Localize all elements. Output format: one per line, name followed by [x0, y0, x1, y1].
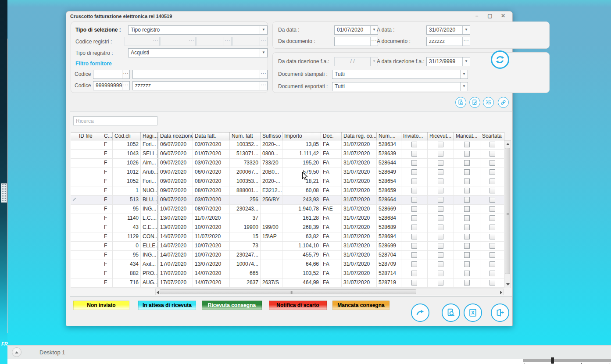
- table-row[interactable]: F43C.E....13/07/202010/07/202019900199/0…: [71, 223, 504, 232]
- checkbox-inviato[interactable]: [411, 225, 417, 230]
- ellipsis-button[interactable]: ···: [122, 82, 129, 90]
- da-data-picker[interactable]: 01/07/2020 ▼: [334, 25, 378, 35]
- checkbox-scartata[interactable]: [490, 178, 495, 184]
- checkbox-inviato[interactable]: [411, 142, 417, 147]
- table-row[interactable]: F1026Alm...09/07/202003/07/202073320733/…: [71, 159, 504, 168]
- chevron-down-icon[interactable]: ▼: [260, 26, 267, 34]
- checkbox-ricevuto[interactable]: [438, 188, 443, 193]
- checkbox-ricevuto[interactable]: [438, 243, 443, 249]
- checkbox-scartata[interactable]: [490, 169, 495, 175]
- codice-from-empty-field[interactable]: ···: [93, 70, 130, 79]
- legend-ricevuta-consegna[interactable]: Ricevuta consegna: [202, 300, 262, 310]
- checkbox-mancata[interactable]: [464, 243, 470, 249]
- chevron-down-icon[interactable]: ▼: [260, 49, 267, 57]
- export-excel-button[interactable]: X: [464, 303, 482, 322]
- checkbox-inviato[interactable]: [411, 252, 417, 258]
- column-header-mancata[interactable]: Mancat...: [454, 132, 480, 140]
- table-row[interactable]: F95ING...10/07/202008/07/2020230243...1.…: [71, 205, 504, 214]
- ellipsis-button[interactable]: ···: [260, 70, 267, 79]
- checkbox-ricevuto[interactable]: [438, 160, 443, 166]
- checkbox-mancata[interactable]: [464, 261, 470, 267]
- scroll-right-icon[interactable]: [500, 291, 502, 294]
- table-row[interactable]: F1043SELL...06/07/202001/07/2020513071..…: [71, 150, 504, 159]
- column-header-id-file[interactable]: ID file: [77, 132, 102, 140]
- column-header-inviato[interactable]: Inviato...: [401, 132, 428, 140]
- checkbox-inviato[interactable]: [411, 178, 417, 184]
- tipo-selezione-select[interactable]: Tipo registro ▼: [128, 25, 268, 35]
- checkbox-scartata[interactable]: [490, 252, 495, 258]
- ellipsis-button[interactable]: ···: [188, 37, 195, 46]
- table-row[interactable]: F1012Arub...09/07/202006/07/2020200067..…: [71, 168, 504, 177]
- checkbox-ricevuto[interactable]: [438, 280, 443, 285]
- codice-registro-field-1[interactable]: ···: [125, 37, 160, 46]
- legend-non-inviato[interactable]: Non inviato: [73, 300, 129, 310]
- legend-in-attesa-di-ricevuta[interactable]: In attesa di ricevuta: [138, 300, 196, 310]
- checkbox-mancata[interactable]: [464, 178, 470, 184]
- table-row[interactable]: F1129CON...14/07/202011/07/20201515\AP63…: [71, 232, 504, 242]
- column-header-data-fatt[interactable]: Data fatt.: [193, 132, 230, 140]
- column-header-ragione-sociale[interactable]: Ragi...: [141, 132, 158, 140]
- checkbox-scartata[interactable]: [490, 261, 495, 267]
- table-row[interactable]: F1052Fori...09/07/202008/07/2020100353..…: [71, 177, 504, 186]
- checkbox-scartata[interactable]: [490, 243, 495, 249]
- validate-document-button[interactable]: [469, 97, 480, 108]
- table-row[interactable]: F434Axit...17/07/202013/07/2020100074...…: [71, 260, 504, 269]
- scroll-up-icon[interactable]: [506, 143, 510, 145]
- column-header-ricevuto[interactable]: Ricevut...: [428, 132, 454, 140]
- checkbox-scartata[interactable]: [490, 151, 495, 157]
- table-row[interactable]: F1NUO...09/07/202008/07/2020888001...E32…: [71, 186, 504, 196]
- checkbox-mancata[interactable]: [464, 197, 470, 203]
- checkbox-scartata[interactable]: [490, 160, 495, 166]
- ellipsis-button[interactable]: ···: [260, 82, 267, 90]
- column-header-row-marker[interactable]: [71, 132, 77, 140]
- checkbox-inviato[interactable]: [411, 206, 417, 212]
- checkbox-mancata[interactable]: [464, 225, 470, 230]
- checkbox-ricevuto[interactable]: [438, 225, 443, 230]
- legend-mancata-consegna[interactable]: Mancata consegna: [332, 300, 389, 310]
- find-document-button[interactable]: [455, 97, 466, 108]
- a-documento-field[interactable]: zzzzzz ···: [426, 37, 470, 46]
- column-header-importo[interactable]: Importo: [282, 132, 321, 140]
- checkbox-scartata[interactable]: [490, 271, 495, 276]
- checkbox-ricevuto[interactable]: [438, 234, 443, 239]
- vertical-scrollbar[interactable]: [504, 140, 511, 288]
- checkbox-mancata[interactable]: [464, 169, 470, 175]
- fornitore-to-field[interactable]: zzzzzz···: [132, 81, 268, 90]
- horizontal-scrollbar[interactable]: [155, 289, 504, 295]
- scroll-down-icon[interactable]: [506, 283, 510, 285]
- search-input[interactable]: [73, 116, 157, 125]
- refresh-button[interactable]: [491, 50, 509, 69]
- table-row[interactable]: F95ING...14/07/202010/07/2020230247...45…: [71, 251, 504, 260]
- table-row[interactable]: F1052Fori...06/07/202003/07/2020100352..…: [71, 140, 504, 150]
- checkbox-mancata[interactable]: [464, 151, 470, 157]
- checkbox-scartata[interactable]: [490, 215, 495, 221]
- tipo-registro-select[interactable]: Acquisti ▼: [128, 48, 268, 57]
- checkbox-ricevuto[interactable]: [438, 215, 443, 221]
- column-header-data-reg[interactable]: Data reg. co...: [342, 132, 377, 140]
- checkbox-scartata[interactable]: [490, 280, 495, 285]
- checkbox-ricevuto[interactable]: [438, 252, 443, 258]
- ellipsis-button[interactable]: ···: [122, 70, 129, 79]
- checkbox-ricevuto[interactable]: [438, 169, 443, 175]
- checkbox-scartata[interactable]: [490, 188, 495, 193]
- ellipsis-button[interactable]: ···: [152, 37, 159, 46]
- minimize-button[interactable]: –: [471, 13, 482, 20]
- checkbox-ricevuto[interactable]: [438, 142, 443, 147]
- table-header[interactable]: ID fileC...Cod.cliRagi...Data ricezioneD…: [71, 132, 504, 140]
- link-documents-button[interactable]: [498, 97, 509, 108]
- column-header-tipo-c[interactable]: C...: [102, 132, 113, 140]
- checkbox-scartata[interactable]: [490, 142, 495, 147]
- zoom-slider-track[interactable]: [523, 359, 611, 362]
- column-header-suffisso[interactable]: Suffisso: [261, 132, 282, 140]
- checkbox-inviato[interactable]: [411, 271, 417, 276]
- codice-registro-field-4[interactable]: ···: [232, 37, 268, 46]
- chevron-down-icon[interactable]: ▼: [460, 82, 468, 91]
- checkbox-ricevuto[interactable]: [438, 178, 443, 184]
- legend-notifica-di-scarto[interactable]: Notifica di scarto: [269, 300, 327, 310]
- checkbox-ricevuto[interactable]: [438, 197, 443, 203]
- chevron-down-icon[interactable]: ▼: [460, 70, 468, 79]
- checkbox-scartata[interactable]: [490, 225, 495, 230]
- panel-splitter-grip[interactable]: [1, 183, 7, 203]
- checkbox-mancata[interactable]: [464, 188, 470, 193]
- checkbox-mancata[interactable]: [464, 206, 470, 212]
